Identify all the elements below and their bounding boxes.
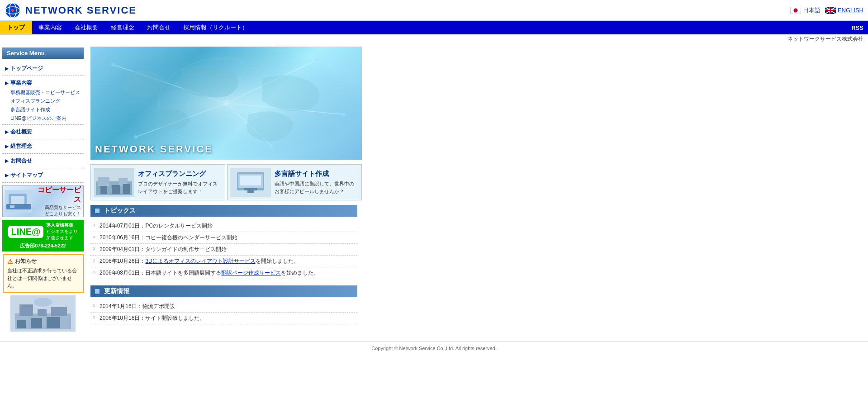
arrow-icon: ▶ [5, 158, 9, 163]
list-item: 2010年06月16日：コピー複合機のベンダーサービス開始 [90, 232, 357, 244]
line-text3: 加速させます [46, 235, 78, 241]
svg-point-38 [134, 135, 138, 139]
sidebar-section-business: ▶ 事業内容 事務機器販売・コピーサービス オフィスプランニング 多言語サイト作… [2, 76, 84, 125]
svg-rect-43 [100, 186, 107, 194]
rss-link[interactable]: RSS [851, 24, 863, 31]
list-item: 2014年1月16日：物流デポ開設 [90, 301, 357, 313]
updates-header: 更新情報 [90, 285, 357, 297]
warning-icon: ⚠ [7, 258, 13, 265]
sidebar-menu-header: Service Menu [2, 47, 84, 59]
svg-rect-19 [51, 307, 67, 316]
hero-banner: NETWORK SERVICE [90, 47, 362, 160]
nav-item-about[interactable]: 会社概要 [68, 21, 104, 34]
svg-rect-22 [47, 317, 60, 328]
hero-globe-graphic [90, 47, 362, 160]
svg-point-36 [342, 113, 346, 116]
line-logo: LINE@ [8, 226, 43, 238]
promo-row: オフィスプランニング プロのデザイナーが無料でオフィスレイアウトをご提案します！ [90, 164, 362, 200]
list-item: 2006年10月26日：3Dによるオフィスのレイアウト設計サービスを開始しました… [90, 256, 357, 267]
arrow-icon: ▶ [5, 81, 9, 85]
svg-point-34 [111, 63, 115, 66]
japan-flag-icon [790, 7, 801, 14]
list-item: 2009年04月01日：タウンガイドの制作サービス開始 [90, 244, 357, 256]
lang-english-label: ENGLISH [838, 7, 863, 14]
lang-japanese-button[interactable]: 日本語 [790, 6, 821, 14]
topics-marker [95, 209, 100, 213]
site-title: NETWORK SERVICE [25, 5, 137, 16]
lang-english-button[interactable]: ENGLISH [825, 7, 863, 14]
arrow-icon: ▶ [5, 173, 9, 178]
sidebar-item-philosophy[interactable]: ▶ 経営理念 [2, 141, 84, 152]
line-phone: 広告部078-224-5222 [20, 242, 66, 249]
promo-office-info: オフィスプランニング プロのデザイナーが無料でオフィスレイアウトをご提案します！ [138, 170, 222, 195]
svg-rect-14 [10, 205, 14, 208]
promo-multilang[interactable]: 多言語サイト作成 英語や中国語に翻訳して、世界中のお客様にアピールしませんか？ [227, 164, 362, 200]
sidebar-section-contact: ▶ お問合せ [2, 154, 84, 168]
topics-list: 2014年07月01日：PCのレンタルサービス開始 2010年06月16日：コピ… [90, 220, 357, 279]
nav-item-contact[interactable]: お問合せ [141, 21, 177, 34]
svg-rect-45 [123, 184, 130, 194]
sidebar-sub-line[interactable]: LINE@ビジネスのご案内 [2, 114, 84, 123]
line-text2: ビジネスをより [46, 228, 78, 235]
line-text1: 導入店様募集 [46, 222, 78, 228]
notice-body: 当社は不正請求を行っている会社とは一切関係はございません。 [7, 267, 80, 290]
nav-item-recruit[interactable]: 採用情報（リクルート） [177, 21, 254, 34]
topics-header: トピックス [90, 205, 357, 217]
svg-point-35 [315, 58, 318, 62]
footer-copyright: Copyright © Network Service Co.,Ltd. All… [371, 346, 497, 351]
promo-multilang-info: 多言語サイト作成 英語や中国語に翻訳して、世界中のお客様にアピールしませんか？ [275, 170, 359, 195]
lang-japanese-label: 日本語 [803, 6, 821, 14]
sidebar-item-about[interactable]: ▶ 会社概要 [2, 127, 84, 137]
svg-rect-41 [98, 177, 109, 186]
updates-list: 2014年1月16日：物流デポ開設 2006年10月16日：サイト開設致しました… [90, 301, 357, 324]
arrow-icon: ▶ [5, 144, 9, 149]
arrow-icon: ▶ [5, 129, 9, 134]
sidebar-sub-multilang[interactable]: 多言語サイト作成 [2, 105, 84, 114]
copy-service-banner[interactable]: コピーサービス 高品質なサービス どこよりも安く！ [2, 185, 84, 217]
main-content: NETWORK SERVICE オフィスプランニング [86, 44, 868, 337]
svg-rect-51 [247, 190, 254, 193]
promo-multilang-image [230, 168, 271, 197]
list-item: 2006年10月16日：サイト開設致しました。 [90, 313, 357, 324]
sidebar: Service Menu ▶ トップページ ▶ 事業内容 事務機器販売・コピーサ… [0, 44, 86, 337]
translation-service-link[interactable]: 翻訳ページ作成サービス [221, 270, 281, 276]
copy-service-image [5, 190, 32, 213]
svg-point-33 [223, 100, 229, 106]
svg-rect-12 [11, 196, 24, 205]
sidebar-item-business[interactable]: ▶ 事業内容 [2, 78, 84, 88]
line-banner-content: LINE@ 導入店様募集 ビジネスをより 加速させます 広告部078-224-5… [8, 222, 77, 249]
nav-item-business[interactable]: 事業内容 [32, 21, 68, 34]
svg-point-37 [270, 144, 273, 148]
svg-rect-21 [31, 318, 42, 328]
logo-icon [5, 2, 21, 19]
nav-top-button[interactable]: トップ [0, 21, 32, 34]
footer: Copyright © Network Service Co.,Ltd. All… [0, 342, 868, 355]
svg-rect-10 [825, 10, 836, 11]
sidebar-item-contact[interactable]: ▶ お問合せ [2, 156, 84, 166]
sidebar-section-philosophy: ▶ 経営理念 [2, 139, 84, 154]
copy-service-text: コピーサービス 高品質なサービス どこよりも安く！ [32, 185, 81, 217]
sidebar-section-top: ▶ トップページ [2, 62, 84, 76]
sidebar-section-sitemap: ▶ サイトマップ [2, 168, 84, 183]
line-banner[interactable]: LINE@ 導入店様募集 ビジネスをより 加速させます 広告部078-224-5… [2, 220, 84, 252]
updates-marker [95, 289, 100, 294]
sidebar-sub-copy[interactable]: 事務機器販売・コピーサービス [2, 88, 84, 97]
nav-item-philosophy[interactable]: 経営理念 [104, 21, 141, 34]
notice-title: ⚠ お知らせ [7, 257, 80, 265]
layout-service-link[interactable]: 3Dによるオフィスのレイアウト設計サービス [145, 258, 255, 264]
svg-point-3 [11, 9, 14, 12]
sidebar-item-top[interactable]: ▶ トップページ [2, 63, 84, 74]
svg-rect-18 [38, 309, 47, 316]
svg-point-23 [34, 298, 52, 307]
svg-rect-50 [244, 188, 257, 190]
promo-office-image [94, 168, 134, 197]
svg-rect-20 [17, 320, 26, 328]
sidebar-sub-office[interactable]: オフィスプランニング [2, 97, 84, 105]
svg-rect-17 [19, 304, 33, 316]
promo-office-planning[interactable]: オフィスプランニング プロのデザイナーが無料でオフィスレイアウトをご提案します！ [90, 164, 225, 200]
svg-rect-49 [240, 176, 261, 185]
arrow-icon: ▶ [5, 66, 9, 71]
sidebar-item-sitemap[interactable]: ▶ サイトマップ [2, 170, 84, 180]
notice-box: ⚠ お知らせ 当社は不正請求を行っている会社とは一切関係はございません。 [3, 254, 84, 293]
office-photo [10, 295, 76, 332]
